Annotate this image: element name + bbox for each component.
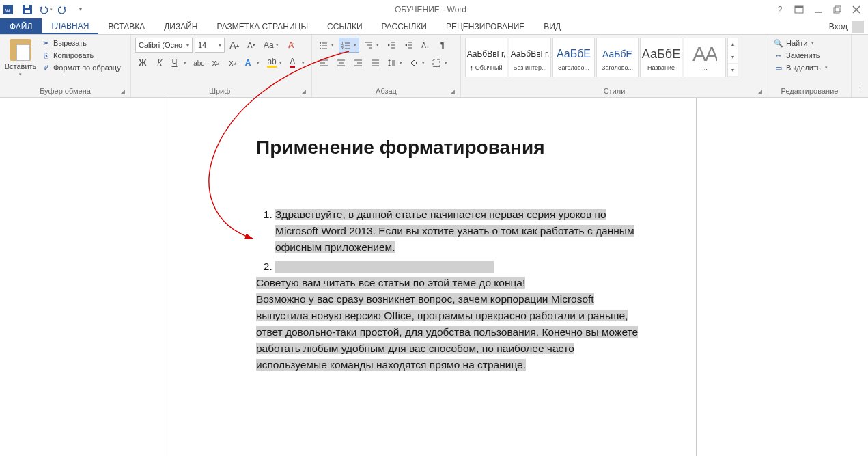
style-normal[interactable]: АаБбВвГг,¶ Обычный xyxy=(465,38,507,77)
list-item[interactable]: Советую вам читать все статьи по этой те… xyxy=(275,258,644,373)
sign-in[interactable]: Вход xyxy=(825,18,868,34)
font-color-button[interactable]: A▾ xyxy=(287,55,307,70)
style-name: Название xyxy=(647,64,675,71)
underline-button[interactable]: Ч▾ xyxy=(169,55,190,70)
italic-button[interactable]: К xyxy=(152,55,167,70)
ribbon-display-icon[interactable] xyxy=(792,2,807,17)
paste-button[interactable]: Вставить ▾ xyxy=(4,38,37,85)
styles-gallery[interactable]: АаБбВвГг,¶ Обычный АаБбВвГг,Без интер...… xyxy=(465,38,738,85)
replace-icon: ↔ xyxy=(774,51,783,60)
style-heading1[interactable]: АаБбЕЗаголово... xyxy=(552,38,595,77)
styles-gallery-more[interactable]: ▴▾▾ xyxy=(727,38,738,77)
tab-mailings[interactable]: РАССЫЛКИ xyxy=(372,18,436,34)
page[interactable]: Применение форматирования Здравствуйте, … xyxy=(167,98,697,456)
select-button[interactable]: ▭Выделить▾ xyxy=(772,62,847,73)
shading-button[interactable]: ▾ xyxy=(407,55,428,70)
paragraph-dialog-launcher[interactable]: ◢ xyxy=(448,88,456,96)
svg-rect-6 xyxy=(795,6,803,8)
font-name-combo[interactable]: Calibri (Осно▾ xyxy=(135,38,193,53)
text-effects-button[interactable]: A▾ xyxy=(242,55,263,70)
increase-indent-button[interactable] xyxy=(401,38,416,53)
style-heading2[interactable]: АаБбЕЗаголово... xyxy=(596,38,639,77)
bullets-button[interactable]: ▾ xyxy=(316,38,337,53)
group-editing-label: Редактирование xyxy=(781,87,839,95)
window-controls: ? xyxy=(772,2,868,17)
ribbon-tabs: ФАЙЛ ГЛАВНАЯ ВСТАВКА ДИЗАЙН РАЗМЕТКА СТР… xyxy=(0,18,868,35)
save-icon[interactable] xyxy=(19,2,36,17)
document-area[interactable]: Применение форматирования Здравствуйте, … xyxy=(0,98,868,456)
bold-button[interactable]: Ж xyxy=(135,55,150,70)
style-no-spacing[interactable]: АаБбВвГг,Без интер... xyxy=(509,38,551,77)
borders-button[interactable]: ▾ xyxy=(430,55,450,70)
find-button[interactable]: 🔍Найти▾ xyxy=(772,38,847,49)
clear-formatting-button[interactable]: A̷ xyxy=(283,38,298,53)
help-icon[interactable]: ? xyxy=(772,2,787,17)
paste-label: Вставить xyxy=(5,62,37,70)
align-left-button[interactable] xyxy=(316,55,331,70)
styles-dialog-launcher[interactable]: ◢ xyxy=(755,88,764,96)
decrease-indent-button[interactable] xyxy=(384,38,399,53)
tab-view[interactable]: ВИД xyxy=(534,18,570,34)
replace-button[interactable]: ↔Заменить xyxy=(772,50,847,61)
document-heading[interactable]: Применение форматирования xyxy=(256,137,644,159)
select-label: Выделить xyxy=(786,64,821,72)
justify-button[interactable] xyxy=(367,55,382,70)
show-marks-button[interactable]: ¶ xyxy=(435,38,450,53)
svg-rect-49 xyxy=(433,59,440,66)
tab-references[interactable]: ССЫЛКИ xyxy=(318,18,372,34)
multilevel-list-button[interactable]: ▾ xyxy=(361,38,382,53)
group-paragraph: ▾ 123▾ ▾ A↓ ¶ ▾ ▾ ▾ Абзац◢ xyxy=(312,35,461,97)
copy-icon: ⎘ xyxy=(41,51,51,60)
svg-rect-8 xyxy=(834,8,839,13)
window-title: ОБУЧЕНИЕ - Word xyxy=(89,5,772,14)
document-numbered-list[interactable]: Здравствуйте, в данной статье начинается… xyxy=(256,206,644,373)
sort-button[interactable]: A↓ xyxy=(418,38,433,53)
style-header[interactable]: АА... xyxy=(684,38,726,77)
align-center-button[interactable] xyxy=(333,55,348,70)
minimize-icon[interactable] xyxy=(811,2,826,17)
tab-insert[interactable]: ВСТАВКА xyxy=(98,18,154,34)
italic-label: К xyxy=(157,58,162,68)
paragraph-text: Советую вам читать все статьи по этой те… xyxy=(256,277,525,289)
svg-text:3: 3 xyxy=(341,46,344,49)
tab-page-layout[interactable]: РАЗМЕТКА СТРАНИЦЫ xyxy=(208,18,318,34)
numbering-button[interactable]: 123▾ xyxy=(339,38,359,53)
clipboard-dialog-launcher[interactable]: ◢ xyxy=(118,88,126,96)
font-size-combo[interactable]: 14▾ xyxy=(195,38,225,53)
font-dialog-launcher[interactable]: ◢ xyxy=(299,88,307,96)
collapse-ribbon-button[interactable]: ˆ xyxy=(852,35,868,97)
find-icon: 🔍 xyxy=(774,38,783,48)
tab-file[interactable]: ФАЙЛ xyxy=(0,18,42,34)
style-title[interactable]: АаБбЕНазвание xyxy=(640,38,682,77)
tab-design[interactable]: ДИЗАЙН xyxy=(154,18,207,34)
align-right-button[interactable] xyxy=(350,55,365,70)
strikethrough-button[interactable]: abc xyxy=(191,55,206,70)
redo-icon[interactable] xyxy=(55,2,71,17)
avatar-icon xyxy=(852,21,864,33)
superscript-button[interactable]: x2 xyxy=(225,55,240,70)
copy-label: Копировать xyxy=(53,51,94,59)
restore-icon[interactable] xyxy=(830,2,845,17)
subscript-button[interactable]: x2 xyxy=(208,55,223,70)
tab-home[interactable]: ГЛАВНАЯ xyxy=(42,18,98,34)
shrink-font-button[interactable]: A▾ xyxy=(244,38,259,53)
highlight-button[interactable]: ab▾ xyxy=(264,55,285,70)
format-painter-button[interactable]: ✐Формат по образцу xyxy=(40,62,122,73)
cut-button[interactable]: ✂Вырезать xyxy=(40,38,122,49)
group-paragraph-label: Абзац xyxy=(376,87,397,95)
font-name-value: Calibri (Осно xyxy=(139,41,182,49)
ribbon: Вставить ▾ ✂Вырезать ⎘Копировать ✐Формат… xyxy=(0,35,868,98)
group-clipboard-label: Буфер обмена xyxy=(40,87,91,95)
tab-review[interactable]: РЕЦЕНЗИРОВАНИЕ xyxy=(436,18,534,34)
list-item[interactable]: Здравствуйте, в данной статье начинается… xyxy=(275,206,644,256)
undo-icon[interactable]: ▾ xyxy=(37,2,53,17)
grow-font-button[interactable]: A▴ xyxy=(227,38,242,53)
copy-button[interactable]: ⎘Копировать xyxy=(40,50,122,61)
style-name: ¶ Обычный xyxy=(470,64,502,71)
qat-customize-icon[interactable]: ▾ xyxy=(72,2,89,17)
line-spacing-button[interactable]: ▾ xyxy=(384,55,405,70)
close-icon[interactable] xyxy=(849,2,864,17)
change-case-button[interactable]: Aa▾ xyxy=(261,38,281,53)
word-icon[interactable]: w xyxy=(1,2,18,17)
style-name: Заголово... xyxy=(602,64,633,71)
